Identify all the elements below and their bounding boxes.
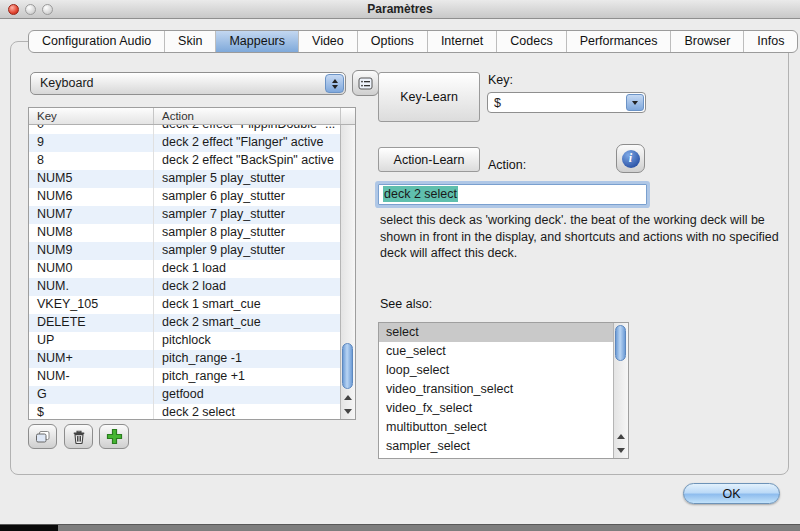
cell-key: NUM. <box>29 278 154 296</box>
table-row[interactable]: UPpitchlock <box>29 332 340 350</box>
action-input-value: deck 2 select <box>383 186 458 202</box>
table-row[interactable]: NUM9sampler 9 play_stutter <box>29 242 340 260</box>
list-icon <box>358 77 373 90</box>
table-row[interactable]: Ggetfood <box>29 386 340 404</box>
cell-action: sampler 6 play_stutter <box>154 188 340 206</box>
table-row[interactable]: 9deck 2 effect "Flanger" active <box>29 134 340 152</box>
window-title: Paramètres <box>0 2 800 16</box>
table-row[interactable]: DELETEdeck 2 smart_cue <box>29 314 340 332</box>
table-row[interactable]: 8deck 2 effect "BackSpin" active <box>29 152 340 170</box>
add-mapping-button[interactable] <box>99 424 129 449</box>
cell-action: sampler 7 play_stutter <box>154 206 340 224</box>
key-dropdown-value: $ <box>494 96 501 110</box>
table-row[interactable]: NUM8sampler 8 play_stutter <box>29 224 340 242</box>
table-header[interactable]: Key Action <box>29 108 355 125</box>
see-also-list: selectcue_selectloop_selectvideo_transit… <box>379 323 613 458</box>
tab-infos[interactable]: Infos <box>744 31 797 52</box>
cell-action: sampler 5 play_stutter <box>154 170 340 188</box>
cell-key: 9 <box>29 134 154 152</box>
see-also-label: See also: <box>380 297 432 311</box>
table-row[interactable]: NUM7sampler 7 play_stutter <box>29 206 340 224</box>
trash-icon <box>72 429 86 444</box>
cell-action: sampler 8 play_stutter <box>154 224 340 242</box>
cell-key: NUM7 <box>29 206 154 224</box>
table-row[interactable]: $deck 2 select <box>29 404 340 419</box>
table-row[interactable]: NUM6sampler 6 play_stutter <box>29 188 340 206</box>
tab-skin[interactable]: Skin <box>165 31 216 52</box>
table-row[interactable]: NUM.deck 2 load <box>29 278 340 296</box>
device-dropdown-value: Keyboard <box>40 76 94 90</box>
cell-action: deck 1 smart_cue <box>154 296 340 314</box>
list-item[interactable]: select <box>379 323 613 342</box>
scrollbar-thumb[interactable] <box>342 343 353 389</box>
action-description: select this deck as 'working deck'. the … <box>380 212 800 262</box>
table-scrollbar[interactable] <box>340 125 355 419</box>
table-row[interactable]: NUM5sampler 5 play_stutter <box>29 170 340 188</box>
scrollbar-thumb[interactable] <box>615 325 626 361</box>
column-header-action[interactable]: Action <box>154 108 341 124</box>
list-item[interactable]: sampler_select <box>379 437 613 456</box>
table-row[interactable]: NUM-pitch_range +1 <box>29 368 340 386</box>
tab-options[interactable]: Options <box>358 31 428 52</box>
key-dropdown[interactable]: $ <box>487 92 646 113</box>
cell-action: deck 2 smart_cue <box>154 314 340 332</box>
action-learn-button[interactable]: Action-Learn <box>378 147 480 172</box>
info-icon: i <box>622 150 640 168</box>
key-label: Key: <box>488 73 513 87</box>
tab-internet[interactable]: Internet <box>428 31 497 52</box>
tab-video[interactable]: Video <box>299 31 358 52</box>
info-button[interactable]: i <box>616 144 645 173</box>
cell-key: G <box>29 386 154 404</box>
scroll-up-icon[interactable] <box>614 430 628 443</box>
tab-configuration-audio[interactable]: Configuration Audio <box>29 31 165 52</box>
cell-action: deck 2 effect "BackSpin" active <box>154 152 340 170</box>
desktop-strip-black <box>0 525 58 531</box>
title-bar: Paramètres <box>0 0 800 19</box>
list-item[interactable]: cue_select <box>379 342 613 361</box>
scroll-up-icon[interactable] <box>341 391 355 404</box>
table-row[interactable]: 0deck 2 effect "FlippinDouble" ... <box>29 125 340 134</box>
cell-key: 0 <box>29 125 154 134</box>
tab-mappeurs[interactable]: Mappeurs <box>216 31 299 52</box>
preferences-window: Paramètres Configuration AudioSkinMappeu… <box>0 0 800 531</box>
column-header-stub <box>341 108 355 124</box>
see-also-scrollbar[interactable] <box>613 323 628 458</box>
scroll-down-icon[interactable] <box>341 405 355 418</box>
scroll-down-icon[interactable] <box>614 444 628 457</box>
duplicate-mapping-button[interactable] <box>28 424 57 449</box>
cell-action: deck 2 effect "Flanger" active <box>154 134 340 152</box>
key-learn-button[interactable]: Key-Learn <box>378 72 480 122</box>
tab-codecs[interactable]: Codecs <box>497 31 566 52</box>
action-input[interactable]: deck 2 select <box>378 184 647 205</box>
mapping-list-button[interactable] <box>352 70 379 96</box>
desktop-strip <box>0 524 800 531</box>
list-item[interactable]: multibutton_select <box>379 418 613 437</box>
ok-button[interactable]: OK <box>683 483 780 504</box>
list-item[interactable]: video_transition_select <box>379 380 613 399</box>
table-row[interactable]: NUM+pitch_range -1 <box>29 350 340 368</box>
up-down-arrows-icon <box>325 74 344 93</box>
tab-browser[interactable]: Browser <box>671 31 744 52</box>
cell-action: deck 2 select <box>154 404 340 419</box>
device-dropdown[interactable]: Keyboard <box>30 72 346 95</box>
list-item[interactable]: loop_select <box>379 361 613 380</box>
tab-performances[interactable]: Performances <box>567 31 672 52</box>
see-also-listbox: selectcue_selectloop_selectvideo_transit… <box>378 322 629 459</box>
cell-key: NUM5 <box>29 170 154 188</box>
plus-icon <box>106 428 123 445</box>
cell-key: NUM0 <box>29 260 154 278</box>
table-row[interactable]: VKEY_105deck 1 smart_cue <box>29 296 340 314</box>
delete-mapping-button[interactable] <box>64 424 93 449</box>
cell-action: pitch_range +1 <box>154 368 340 386</box>
cell-action: deck 1 load <box>154 260 340 278</box>
cell-action: deck 2 load <box>154 278 340 296</box>
cell-key: 8 <box>29 152 154 170</box>
key-table-body: 0deck 2 effect "FlippinDouble" ...9deck … <box>29 125 340 419</box>
list-item[interactable]: video_fx_select <box>379 399 613 418</box>
cell-key: $ <box>29 404 154 419</box>
cell-key: NUM8 <box>29 224 154 242</box>
tab-bar: Configuration AudioSkinMappeursVideoOpti… <box>28 30 798 53</box>
column-header-key[interactable]: Key <box>29 108 154 124</box>
table-row[interactable]: NUM0deck 1 load <box>29 260 340 278</box>
key-mapping-table: Key Action 0deck 2 effect "FlippinDouble… <box>28 107 356 420</box>
